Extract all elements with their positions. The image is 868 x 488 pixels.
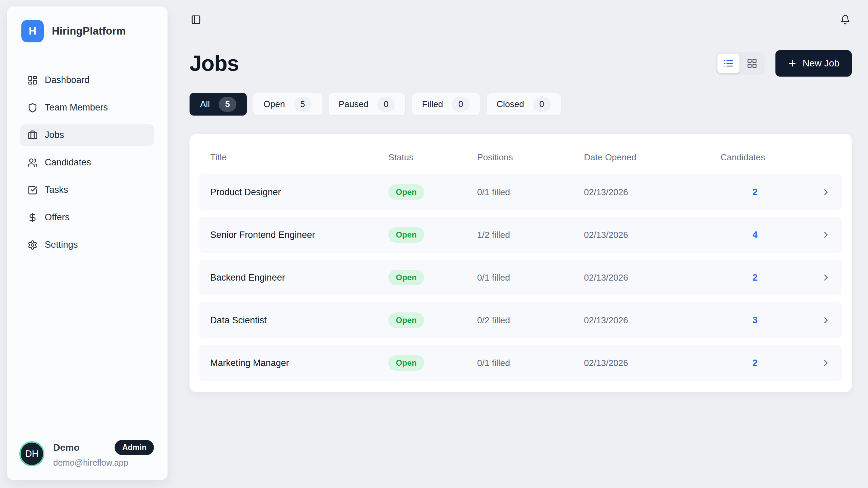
grid-view-button[interactable] <box>741 54 763 73</box>
job-title: Backend Engineer <box>210 272 388 283</box>
page-title: Jobs <box>190 51 239 76</box>
status-badge: Open <box>388 184 424 200</box>
filter-count: 5 <box>294 97 312 112</box>
candidates-count[interactable]: 4 <box>721 230 789 240</box>
sidebar-nav: Dashboard Team Members Jobs Candidates T… <box>20 69 154 256</box>
app-logo: H <box>21 20 44 42</box>
main-area: Jobs <box>173 0 868 488</box>
table-header: Title Status Positions Date Opened Candi… <box>199 142 842 174</box>
table-row[interactable]: Marketing Manager Open 0/1 filled 02/13/… <box>199 345 842 381</box>
plus-icon <box>788 59 797 68</box>
sidebar-toggle-button[interactable] <box>189 13 203 27</box>
row-action-cell[interactable] <box>789 230 831 240</box>
user-profile[interactable]: DH Demo Admin demo@hireflow.app <box>20 440 154 468</box>
status-cell: Open <box>388 270 477 285</box>
sidebar-item-label: Team Members <box>45 102 108 113</box>
sidebar-item-label: Settings <box>45 240 78 250</box>
candidates-count[interactable]: 2 <box>721 358 789 368</box>
filter-count: 0 <box>452 97 470 112</box>
status-badge: Open <box>388 227 424 243</box>
chevron-right-icon <box>821 230 831 240</box>
positions-cell: 0/2 filled <box>477 315 584 326</box>
filter-all[interactable]: All 5 <box>190 93 247 116</box>
topbar <box>173 0 868 39</box>
column-header-positions: Positions <box>477 152 584 163</box>
status-cell: Open <box>388 312 477 328</box>
content: Jobs <box>173 50 868 392</box>
role-badge: Admin <box>115 440 154 455</box>
filter-count: 0 <box>377 97 395 112</box>
row-action-cell[interactable] <box>789 187 831 197</box>
date-opened-cell: 02/13/2026 <box>584 230 721 240</box>
list-view-button[interactable] <box>717 54 739 73</box>
briefcase-icon <box>27 130 38 140</box>
chevron-right-icon <box>821 187 831 197</box>
chevron-right-icon <box>821 358 831 368</box>
date-opened-cell: 02/13/2026 <box>584 272 721 283</box>
filter-count: 0 <box>533 97 551 112</box>
table-row[interactable]: Product Designer Open 0/1 filled 02/13/2… <box>199 174 842 210</box>
table-row[interactable]: Data Scientist Open 0/2 filled 02/13/202… <box>199 302 842 338</box>
job-title: Senior Frontend Engineer <box>210 230 388 240</box>
column-header-title: Title <box>210 152 388 163</box>
job-title: Product Designer <box>210 187 388 198</box>
status-badge: Open <box>388 270 424 285</box>
column-header-date-opened: Date Opened <box>584 152 721 163</box>
sidebar-item-tasks[interactable]: Tasks <box>20 179 154 201</box>
positions-cell: 0/1 filled <box>477 358 584 368</box>
user-name: Demo <box>53 442 104 453</box>
filter-closed[interactable]: Closed 0 <box>486 93 561 116</box>
row-action-cell[interactable] <box>789 358 831 368</box>
candidates-count[interactable]: 3 <box>721 315 789 326</box>
new-job-label: New Job <box>803 58 840 69</box>
filter-filled[interactable]: Filled 0 <box>412 93 480 116</box>
list-icon <box>723 58 734 69</box>
candidates-count[interactable]: 2 <box>721 272 789 283</box>
filter-paused[interactable]: Paused 0 <box>328 93 406 116</box>
positions-cell: 1/2 filled <box>477 230 584 240</box>
sidebar-item-settings[interactable]: Settings <box>20 234 154 256</box>
filter-label: Filled <box>422 99 443 109</box>
sidebar-item-jobs[interactable]: Jobs <box>20 124 154 146</box>
sidebar-item-dashboard[interactable]: Dashboard <box>20 69 154 91</box>
notifications-button[interactable] <box>838 13 852 27</box>
avatar: DH <box>21 443 43 465</box>
filter-open[interactable]: Open 5 <box>253 93 322 116</box>
status-cell: Open <box>388 184 477 200</box>
status-cell: Open <box>388 227 477 243</box>
positions-cell: 0/1 filled <box>477 272 584 283</box>
shield-icon <box>27 103 38 113</box>
row-action-cell[interactable] <box>789 272 831 283</box>
page-header: Jobs <box>190 50 852 77</box>
date-opened-cell: 02/13/2026 <box>584 315 721 326</box>
job-title: Marketing Manager <box>210 358 388 368</box>
date-opened-cell: 02/13/2026 <box>584 358 721 368</box>
filter-label: Open <box>263 99 285 109</box>
column-header-candidates: Candidates <box>721 152 789 163</box>
job-title: Data Scientist <box>210 315 388 326</box>
filter-label: All <box>200 99 210 109</box>
filter-label: Closed <box>497 99 524 109</box>
dollar-icon <box>27 212 38 223</box>
panel-left-icon <box>191 15 201 25</box>
gear-icon <box>27 240 38 250</box>
users-icon <box>27 158 38 168</box>
view-mode-toggle <box>716 52 765 75</box>
table-row[interactable]: Backend Engineer Open 0/1 filled 02/13/2… <box>199 260 842 296</box>
sidebar-item-candidates[interactable]: Candidates <box>20 152 154 173</box>
status-filters: All 5 Open 5 Paused 0 Filled 0 Closed 0 <box>190 93 852 116</box>
row-action-cell[interactable] <box>789 315 831 325</box>
user-email: demo@hireflow.app <box>53 458 154 468</box>
brand: H HiringPlatform <box>20 20 154 42</box>
sidebar-item-team-members[interactable]: Team Members <box>20 97 154 118</box>
table-row[interactable]: Senior Frontend Engineer Open 1/2 filled… <box>199 217 842 253</box>
header-actions: New Job <box>716 50 852 77</box>
sidebar-item-offers[interactable]: Offers <box>20 207 154 228</box>
date-opened-cell: 02/13/2026 <box>584 187 721 198</box>
new-job-button[interactable]: New Job <box>775 50 852 77</box>
grid-icon <box>747 58 757 69</box>
sidebar-item-label: Dashboard <box>45 75 90 85</box>
app-name: HiringPlatform <box>52 25 126 37</box>
candidates-count[interactable]: 2 <box>721 187 789 198</box>
status-cell: Open <box>388 355 477 371</box>
